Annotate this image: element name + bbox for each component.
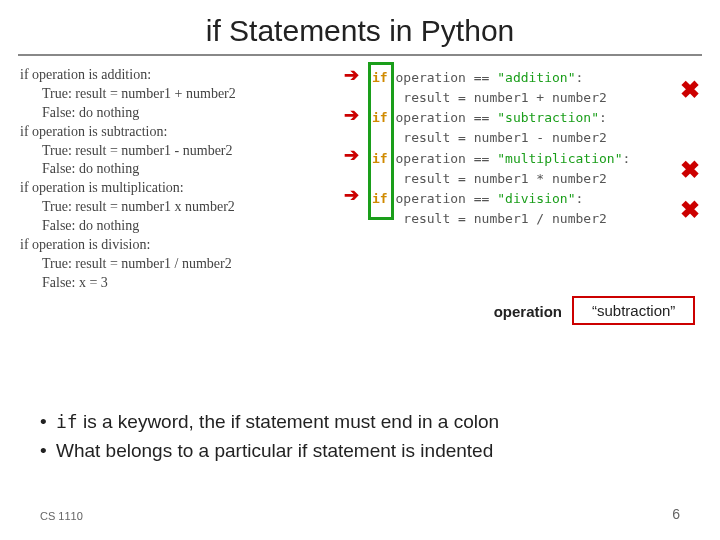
inline-code: if [56, 411, 78, 432]
arrow-icon: ➔ [344, 64, 359, 86]
keyword-if: if [372, 110, 388, 125]
keyword-if: if [372, 151, 388, 166]
pseudo-line: if operation is division: [20, 236, 236, 255]
code-text: operation == [395, 110, 489, 125]
content-area: if operation is addition: True: result =… [0, 56, 720, 416]
arrow-icon: ➔ [344, 104, 359, 126]
variable-value: “subtraction” [572, 296, 695, 325]
pseudo-line: if operation is subtraction: [20, 123, 236, 142]
pseudo-line: True: result = number1 x number2 [20, 198, 236, 217]
bullet-item: • if is a keyword, the if statement must… [40, 408, 690, 437]
pseudo-line: True: result = number1 - number2 [20, 142, 236, 161]
code-text: operation == [395, 191, 489, 206]
bullet-text: What belongs to a particular if statemen… [56, 437, 493, 466]
bullet-text: if is a keyword, the if statement must e… [56, 408, 499, 437]
code-text: result = number1 / number2 [403, 211, 607, 226]
code-text: result = number1 + number2 [403, 90, 607, 105]
bullet-item: • What belongs to a particular if statem… [40, 437, 690, 466]
keyword-if: if [372, 191, 388, 206]
code-text: : [576, 70, 584, 85]
code-text: : [576, 191, 584, 206]
pseudo-line: False: do nothing [20, 104, 236, 123]
code-block: if operation == "addition": result = num… [372, 68, 630, 229]
code-text: operation == [395, 151, 489, 166]
pseudo-line: True: result = number1 / number2 [20, 255, 236, 274]
bullet-icon: • [40, 437, 56, 466]
string-literal: "addition" [497, 70, 575, 85]
footer-course: CS 1110 [40, 510, 83, 522]
variable-name: operation [494, 302, 572, 319]
code-text: result = number1 * number2 [403, 171, 607, 186]
bullet-icon: • [40, 408, 56, 437]
cross-icon: ✖ [680, 196, 700, 224]
pseudo-line: False: x = 3 [20, 274, 236, 293]
string-literal: "division" [497, 191, 575, 206]
code-text: result = number1 - number2 [403, 130, 607, 145]
cross-icon: ✖ [680, 156, 700, 184]
arrow-icon: ➔ [344, 184, 359, 206]
code-text: : [622, 151, 630, 166]
string-literal: "multiplication" [497, 151, 622, 166]
keyword-if: if [372, 70, 388, 85]
pseudocode-block: if operation is addition: True: result =… [20, 66, 236, 293]
pseudo-line: False: do nothing [20, 160, 236, 179]
code-text: operation == [395, 70, 489, 85]
slide-title: if Statements in Python [0, 0, 720, 54]
arrow-icon: ➔ [344, 144, 359, 166]
cross-icon: ✖ [680, 76, 700, 104]
code-text: : [599, 110, 607, 125]
variable-box: operation “subtraction” [572, 296, 695, 325]
pseudo-line: if operation is addition: [20, 66, 236, 85]
string-literal: "subtraction" [497, 110, 599, 125]
bullet-list: • if is a keyword, the if statement must… [40, 408, 690, 465]
footer-page-number: 6 [672, 506, 680, 522]
pseudo-line: False: do nothing [20, 217, 236, 236]
pseudo-line: if operation is multiplication: [20, 179, 236, 198]
pseudo-line: True: result = number1 + number2 [20, 85, 236, 104]
